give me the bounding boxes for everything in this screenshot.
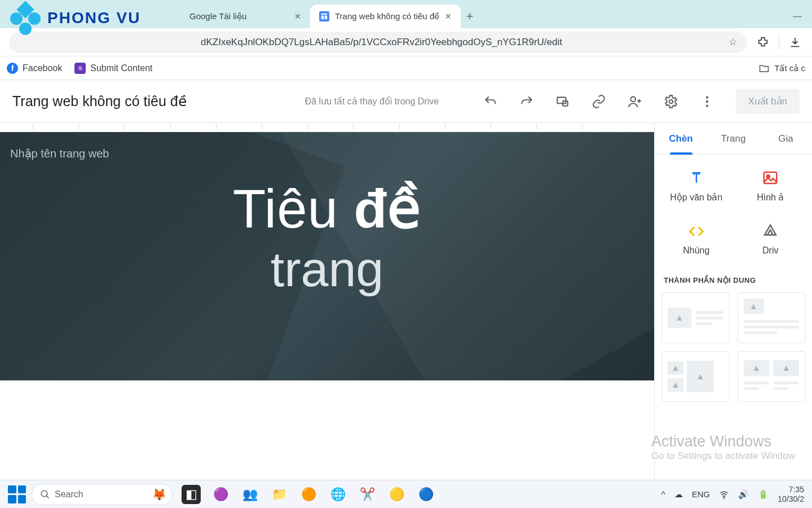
placeholder-lines	[744, 317, 800, 337]
system-tray: ^ ☁ ENG 🔊 🔋 7:35 10/30/2	[661, 485, 804, 503]
placeholder-image-icon: ▲	[687, 361, 714, 392]
clock[interactable]: 7:35 10/30/2	[778, 485, 804, 503]
svg-point-6	[630, 97, 636, 102]
tray-chevron-icon[interactable]: ^	[661, 489, 665, 499]
folder-icon	[758, 63, 770, 74]
edge-icon[interactable]: 🌐	[328, 485, 347, 504]
embed-icon	[688, 223, 705, 240]
language-indicator[interactable]: ENG	[692, 489, 710, 499]
snip-icon[interactable]: ✂️	[358, 485, 377, 504]
battery-icon[interactable]: 🔋	[758, 489, 769, 500]
more-button[interactable]	[700, 94, 714, 109]
date-text: 10/30/2	[778, 494, 804, 503]
window-controls: —	[783, 5, 812, 28]
preview-button[interactable]	[555, 94, 570, 109]
document-title[interactable]: Trang web không có tiêu đề	[12, 93, 187, 110]
layout-option[interactable]: ▲	[661, 292, 730, 343]
sidepanel-tabs: Chèn Trang Gia	[655, 123, 812, 155]
layout-option[interactable]: ▲	[738, 292, 806, 343]
phongvu-logo-icon	[10, 2, 42, 34]
svg-point-9	[706, 100, 708, 102]
search-icon	[40, 489, 50, 500]
link-button[interactable]	[592, 94, 606, 109]
tab-google-sites[interactable]: Trang web không có tiêu đề ✕	[310, 5, 461, 28]
placeholder-lines	[774, 379, 799, 393]
publish-button[interactable]: Xuất bản	[736, 89, 800, 114]
copilot-icon[interactable]: 🟣	[211, 485, 230, 504]
search-placeholder: Search	[55, 489, 83, 500]
layout-option[interactable]: ▲ ▲	[738, 351, 806, 402]
content-components-label: THÀNH PHẦN NỘI DUNG	[655, 270, 812, 288]
browser-tabs: Google Tài liệu ✕ Trang web không có tiê…	[180, 5, 479, 28]
insert-label: Hộp văn bản	[670, 192, 722, 203]
wifi-icon[interactable]	[719, 489, 729, 500]
svg-point-13	[41, 491, 47, 497]
tab-themes[interactable]: Gia	[760, 123, 812, 154]
submit-icon: ≡	[74, 63, 86, 74]
insert-embed[interactable]: Nhúng	[659, 215, 734, 264]
svg-point-7	[669, 99, 673, 103]
insert-label: Nhúng	[683, 246, 709, 256]
tab-google-docs[interactable]: Google Tài liệu ✕	[180, 5, 310, 28]
bookmark-facebook[interactable]: f Facebook	[7, 63, 62, 74]
share-button[interactable]	[628, 94, 642, 109]
close-icon[interactable]: ✕	[445, 12, 452, 21]
text-icon	[688, 169, 705, 186]
phongvu-logo: PHONG VU	[10, 2, 140, 34]
chrome-icon[interactable]: 🟡	[387, 485, 406, 504]
bookmarks-bar: f Facebook ≡ Submit Content Tất cả c	[0, 56, 812, 80]
insert-grid: Hộp văn bản Hình ả Nhúng Driv	[655, 155, 812, 270]
placeholder-image-icon: ▲	[744, 299, 764, 314]
settings-button[interactable]	[664, 94, 678, 109]
url-field[interactable]: dKZIxeKqJnlOKbDQ7LgsLAHaBa5/p/1VCCxoFRv2…	[9, 32, 747, 53]
svg-rect-2	[321, 16, 324, 20]
layout-templates: ▲ ▲ ▲ ▲ ▲ ▲ ▲	[655, 288, 812, 406]
taskview-icon[interactable]: ◧	[182, 485, 201, 504]
extensions-icon[interactable]	[755, 34, 771, 50]
facebook-icon: f	[7, 63, 18, 74]
svg-point-8	[706, 96, 708, 98]
redo-button[interactable]	[519, 94, 534, 109]
svg-point-10	[706, 104, 708, 107]
undo-button[interactable]	[483, 94, 498, 109]
page-title[interactable]: Tiêu đề trang	[0, 177, 654, 298]
insert-image[interactable]: Hình ả	[734, 161, 808, 211]
svg-rect-0	[319, 11, 329, 21]
svg-rect-11	[764, 172, 777, 183]
hero-section[interactable]: Nhập tên trang web Tiêu đề trang	[0, 132, 654, 380]
placeholder-image-icon: ▲	[774, 360, 799, 376]
chrome2-icon[interactable]: 🔵	[416, 485, 435, 504]
bookmark-submit-content[interactable]: ≡ Submit Content	[74, 63, 152, 74]
side-panel: Chèn Trang Gia Hộp văn bản Hình ả Nhúng …	[654, 123, 812, 480]
volume-icon[interactable]: 🔊	[738, 489, 749, 500]
url-text: dKZIxeKqJnlOKbDQ7LgsLAHaBa5/p/1VCCxoFRv2…	[201, 37, 562, 48]
taskbar-search[interactable]: Search 🦊	[32, 484, 173, 505]
tab-pages[interactable]: Trang	[707, 123, 760, 154]
onedrive-icon[interactable]: ☁	[674, 489, 683, 500]
insert-textbox[interactable]: Hộp văn bản	[659, 161, 734, 211]
bookmark-star-icon[interactable]: ☆	[729, 36, 737, 48]
insert-label: Driv	[762, 246, 778, 256]
app-header: Trang web không có tiêu đề Đã lưu tất cả…	[0, 80, 812, 123]
svg-rect-1	[321, 14, 328, 15]
tab-title: Google Tài liệu	[189, 11, 289, 21]
bookmark-label: Submit Content	[90, 63, 152, 73]
all-bookmarks-button[interactable]: Tất cả c	[758, 63, 805, 74]
bookmark-label: Facebook	[23, 63, 62, 73]
minimize-button[interactable]: —	[783, 5, 812, 28]
placeholder-image-icon: ▲	[668, 361, 683, 375]
explorer-icon[interactable]: 📁	[270, 485, 289, 504]
office-icon[interactable]: 🟠	[299, 485, 318, 504]
site-name-placeholder[interactable]: Nhập tên trang web	[10, 147, 109, 160]
teams-icon[interactable]: 👥	[240, 485, 259, 504]
new-tab-button[interactable]: +	[461, 5, 479, 28]
downloads-icon[interactable]	[787, 34, 803, 50]
tab-insert[interactable]: Chèn	[655, 123, 707, 154]
layout-option[interactable]: ▲ ▲ ▲	[661, 351, 730, 402]
page-title-line2: trang	[0, 240, 654, 298]
start-button[interactable]	[8, 485, 26, 503]
tab-title: Trang web không có tiêu đề	[335, 11, 439, 21]
image-icon	[762, 169, 779, 186]
close-icon[interactable]: ✕	[294, 12, 301, 21]
insert-drive[interactable]: Driv	[734, 215, 808, 264]
